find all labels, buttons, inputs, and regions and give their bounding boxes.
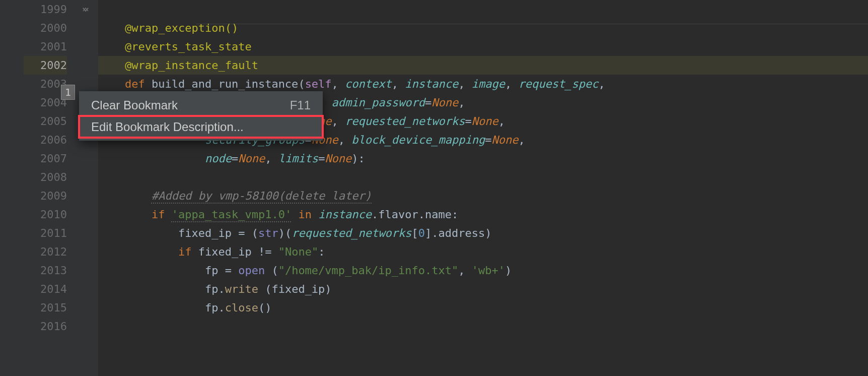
code-token: fp. bbox=[205, 283, 225, 295]
code-token bbox=[98, 40, 125, 53]
line-number[interactable]: 2011 bbox=[24, 224, 67, 242]
fold-column[interactable] bbox=[76, 0, 98, 376]
fold-gutter-cell bbox=[76, 298, 98, 317]
code-token: image bbox=[472, 78, 505, 90]
code-token: str bbox=[258, 227, 278, 239]
code-line[interactable]: node=None, limits=None): bbox=[98, 149, 868, 168]
code-line[interactable]: @wrap_exception() bbox=[98, 19, 868, 37]
fold-gutter-cell bbox=[76, 56, 98, 75]
line-number[interactable]: 2001 bbox=[24, 37, 67, 56]
code-line[interactable]: fp.write (fixed_ip) bbox=[98, 280, 868, 298]
code-token: ): bbox=[351, 152, 365, 165]
line-number[interactable]: 1999 bbox=[24, 0, 67, 19]
code-token: @wrap_instance_fault bbox=[125, 59, 258, 72]
fold-gutter-cell bbox=[76, 280, 98, 298]
code-line[interactable]: if 'appa_task_vmp1.0' in instance.flavor… bbox=[98, 205, 868, 224]
code-token: fixed_ip = ( bbox=[178, 227, 258, 239]
code-line[interactable]: fp.close() bbox=[98, 298, 868, 317]
code-line[interactable]: #Added by vmp-58100(delete later) bbox=[98, 186, 868, 205]
line-number[interactable]: 2013 bbox=[24, 261, 67, 280]
code-token: fp. bbox=[205, 301, 225, 314]
line-number[interactable]: 2010 bbox=[24, 205, 67, 224]
code-token: ( bbox=[271, 264, 278, 277]
code-editor: 1999200020012002200320042005200620072008… bbox=[0, 0, 868, 376]
code-token: 'wb+' bbox=[472, 264, 505, 277]
code-token: , bbox=[332, 115, 345, 128]
fold-gutter-cell bbox=[76, 317, 98, 336]
code-token: , bbox=[338, 134, 352, 146]
code-line[interactable] bbox=[98, 317, 868, 336]
code-token: ) bbox=[505, 264, 512, 277]
code-area[interactable]: @wrap_exception() @reverts_task_state @w… bbox=[98, 0, 868, 376]
line-number[interactable]: 2008 bbox=[24, 168, 67, 186]
code-token bbox=[98, 245, 178, 258]
code-token: , bbox=[458, 96, 465, 109]
bookmark-number-badge[interactable]: 1 bbox=[61, 85, 75, 100]
code-token bbox=[98, 22, 125, 34]
line-number[interactable]: 2009 bbox=[24, 186, 67, 205]
code-line[interactable] bbox=[98, 168, 868, 186]
fold-gutter-cell bbox=[76, 75, 98, 93]
code-token: None bbox=[325, 152, 351, 165]
code-line[interactable]: if fixed_ip != "None": bbox=[98, 242, 868, 261]
code-token: [ bbox=[412, 227, 418, 239]
code-token: @reverts_task_state bbox=[125, 40, 252, 53]
bookmark-context-menu: Clear BookmarkF11Edit Bookmark Descripti… bbox=[79, 91, 323, 141]
line-number[interactable]: 2000 bbox=[24, 19, 67, 37]
line-number[interactable]: 2006 bbox=[24, 131, 67, 149]
code-token: () bbox=[258, 301, 272, 314]
code-token: None bbox=[431, 96, 458, 109]
code-token: close bbox=[225, 301, 258, 314]
menu-item-edit-bookmark-description[interactable]: Edit Bookmark Description... bbox=[79, 116, 323, 138]
code-token: if bbox=[152, 208, 172, 221]
code-line[interactable]: fixed_ip = (str)(requested_networks[0].a… bbox=[98, 224, 868, 242]
code-token: = bbox=[465, 115, 472, 128]
code-line[interactable] bbox=[98, 0, 868, 19]
code-token bbox=[292, 208, 298, 221]
code-token: )( bbox=[278, 227, 292, 239]
line-number[interactable]: 2014 bbox=[24, 280, 67, 298]
line-number[interactable]: 2012 bbox=[24, 242, 67, 261]
fold-gutter-cell bbox=[76, 224, 98, 242]
code-token: 'appa_task_vmp1.0' bbox=[172, 208, 292, 221]
code-token: = bbox=[232, 152, 238, 165]
code-line[interactable]: @wrap_instance_fault bbox=[98, 56, 868, 75]
fold-gutter-cell bbox=[76, 149, 98, 168]
code-token: , bbox=[458, 264, 472, 277]
line-number[interactable]: 2002 bbox=[24, 56, 67, 75]
code-line[interactable]: @reverts_task_state bbox=[98, 37, 868, 56]
fold-expand-up-icon[interactable] bbox=[82, 6, 90, 14]
code-line[interactable]: fp = open ("/home/vmp_bak/ip_info.txt", … bbox=[98, 261, 868, 280]
code-token: , bbox=[265, 152, 278, 165]
code-token: self bbox=[305, 78, 332, 90]
fold-gutter-cell bbox=[76, 37, 98, 56]
code-token bbox=[98, 227, 178, 239]
line-number[interactable]: 2005 bbox=[24, 112, 67, 131]
line-number-gutter[interactable]: 1999200020012002200320042005200620072008… bbox=[24, 0, 76, 376]
code-token: admin_password bbox=[332, 96, 425, 109]
code-token: , bbox=[598, 78, 605, 90]
line-number[interactable]: 2007 bbox=[24, 149, 67, 168]
code-token bbox=[98, 78, 125, 90]
code-token: , bbox=[392, 78, 405, 90]
code-token: != bbox=[258, 245, 278, 258]
fold-gutter-cell bbox=[76, 242, 98, 261]
menu-item-clear-bookmark[interactable]: Clear BookmarkF11 bbox=[79, 94, 323, 116]
line-number[interactable]: 2016 bbox=[24, 317, 67, 336]
code-token: limits bbox=[278, 152, 318, 165]
line-number[interactable]: 2015 bbox=[24, 298, 67, 317]
code-token: = bbox=[485, 134, 491, 146]
code-token: @wrap_exception bbox=[125, 22, 225, 34]
code-token bbox=[98, 264, 205, 277]
code-token: 0 bbox=[418, 227, 425, 239]
code-token: fixed_ip bbox=[198, 245, 258, 258]
code-token: build_and_run_instance bbox=[152, 78, 298, 90]
code-token: ].address) bbox=[425, 227, 491, 239]
code-line[interactable]: def build_and_run_instance(self, context… bbox=[98, 75, 868, 93]
code-token bbox=[98, 59, 125, 72]
code-token: = bbox=[318, 152, 325, 165]
code-token: () bbox=[225, 22, 239, 34]
code-token bbox=[98, 152, 205, 165]
code-token: open bbox=[238, 264, 271, 277]
code-token: node bbox=[205, 152, 232, 165]
